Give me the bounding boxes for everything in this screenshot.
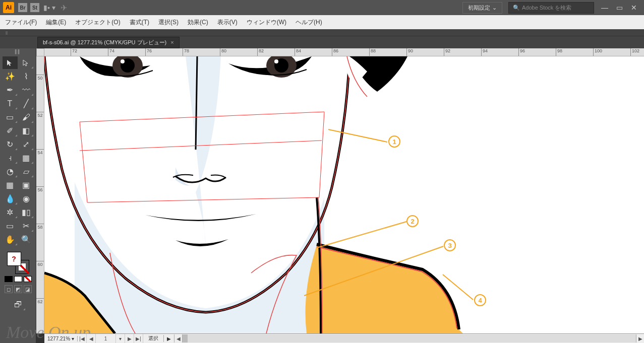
svg-line-8: [328, 129, 387, 142]
blend-tool[interactable]: ◉: [19, 192, 34, 205]
ruler-tick: 62: [36, 298, 44, 304]
artboard-dropdown-button[interactable]: ▾: [116, 334, 125, 343]
gpu-rocket-icon[interactable]: ✈: [61, 3, 67, 13]
slice-tool[interactable]: ✂: [19, 220, 34, 232]
menu-help[interactable]: ヘルプ(H): [296, 18, 322, 27]
scale-tool[interactable]: ⤢: [19, 138, 34, 151]
svg-line-9: [317, 222, 406, 248]
fill-swatch[interactable]: ?: [7, 252, 21, 266]
eyedropper-tool[interactable]: 💧: [3, 192, 18, 205]
toolbox-grip-icon[interactable]: ▌▌: [0, 49, 36, 54]
prev-artboard-button[interactable]: ◀: [87, 334, 96, 343]
svg-point-6: [274, 59, 278, 63]
ruler-tick: 80: [220, 48, 226, 56]
document-tab-bar: bf-s-s06.ai @ 1277.21% (CMYK/GPU プレビュー) …: [0, 36, 644, 48]
rectangle-tool[interactable]: ▭: [3, 111, 18, 123]
last-artboard-button[interactable]: ▶|: [134, 334, 143, 343]
search-placeholder: Adobe Stock を検索: [522, 4, 571, 12]
width-tool[interactable]: ⫞: [3, 152, 18, 164]
selection-tool[interactable]: [3, 56, 18, 69]
status-bar: 1277.21% ▾ |◀ ◀ 1 ▾ ▶ ▶| 選択 ▶ ◀ ▶: [44, 333, 644, 343]
gradient-tool[interactable]: ▣: [19, 179, 34, 191]
stock-search-input[interactable]: 🔍 Adobe Stock を検索: [508, 2, 594, 14]
ruler-tick: 94: [481, 48, 488, 56]
type-tool[interactable]: T: [3, 97, 18, 110]
ruler-tick: 78: [183, 48, 189, 56]
artwork-illustration: [44, 56, 644, 333]
fill-stroke-indicator[interactable]: ?: [7, 252, 29, 274]
color-swatch-black[interactable]: [5, 276, 13, 282]
line-tool[interactable]: ╱: [19, 97, 34, 110]
artboard-tool[interactable]: ▭: [3, 220, 18, 232]
scroll-left-button[interactable]: ◀: [174, 334, 182, 342]
magic-wand-tool[interactable]: ✨: [3, 70, 18, 83]
restore-button[interactable]: ▭: [616, 4, 623, 12]
stock-button[interactable]: St: [30, 3, 39, 12]
ruler-tick: 92: [444, 48, 450, 56]
annotation-badge-4: 4: [474, 294, 486, 306]
minimize-button[interactable]: —: [601, 4, 608, 12]
first-artboard-button[interactable]: |◀: [78, 334, 87, 343]
eraser-tool[interactable]: ◧: [19, 124, 34, 137]
pen-tool[interactable]: ✒: [3, 84, 18, 96]
column-graph-tool[interactable]: ▮▯: [19, 206, 34, 219]
document-tab[interactable]: bf-s-s06.ai @ 1277.21% (CMYK/GPU プレビュー) …: [37, 37, 180, 48]
free-transform-tool[interactable]: ▦: [19, 152, 34, 164]
ruler-origin[interactable]: [36, 48, 44, 56]
menu-view[interactable]: 表示(V): [217, 18, 238, 27]
ruler-tick: 72: [71, 48, 77, 56]
menu-select[interactable]: 選択(S): [158, 18, 179, 27]
zoom-tool[interactable]: 🔍: [19, 233, 34, 246]
paintbrush-tool[interactable]: 🖌: [19, 111, 34, 123]
menu-object[interactable]: オブジェクト(O): [75, 18, 120, 27]
menu-type[interactable]: 書式(T): [130, 18, 149, 27]
ruler-tick: 100: [593, 48, 602, 56]
draw-inside-icon[interactable]: ◪: [24, 285, 32, 293]
ruler-tick: 60: [36, 261, 44, 267]
color-swatch-none[interactable]: [24, 276, 32, 282]
annotation-badge-2: 2: [406, 215, 419, 227]
menu-edit[interactable]: 編集(E): [46, 18, 66, 27]
panel-grip-icon[interactable]: ||: [0, 29, 13, 36]
rotate-tool[interactable]: ↻: [3, 138, 18, 151]
menu-window[interactable]: ウィンドウ(W): [247, 18, 286, 27]
direct-selection-tool[interactable]: [19, 56, 34, 69]
artboard-number-field[interactable]: 1: [96, 334, 116, 343]
ruler-tick: 88: [369, 48, 376, 56]
horizontal-scrollbar[interactable]: [182, 334, 636, 342]
color-swatch-white[interactable]: [14, 276, 22, 282]
shaper-tool[interactable]: ✐: [3, 124, 18, 137]
vertical-ruler[interactable]: 50525456586062: [36, 56, 44, 333]
scrollbar-thumb[interactable]: [183, 334, 188, 342]
ruler-tick: 84: [295, 48, 301, 56]
symbol-sprayer-tool[interactable]: ✲: [3, 206, 18, 219]
zoom-level-field[interactable]: 1277.21% ▾: [44, 336, 78, 341]
draw-normal-icon[interactable]: ◻: [5, 285, 13, 293]
next-artboard-button[interactable]: ▶: [125, 334, 134, 343]
svg-point-3: [121, 59, 125, 63]
ruler-tick: 54: [36, 149, 44, 155]
bridge-button[interactable]: Br: [18, 3, 27, 12]
menu-effect[interactable]: 効果(C): [188, 18, 208, 27]
ruler-tick: 52: [36, 112, 44, 118]
workspace-switcher[interactable]: 初期設定 ⌄: [462, 2, 502, 14]
ruler-tick: 102: [630, 48, 639, 56]
document-canvas[interactable]: 1 2 3 4: [44, 56, 644, 333]
draw-behind-icon[interactable]: ◩: [14, 285, 22, 293]
curvature-tool[interactable]: 〰: [19, 84, 34, 96]
menu-file[interactable]: ファイル(F): [5, 18, 37, 27]
hand-tool[interactable]: ✋: [3, 233, 18, 246]
arrange-documents-icon[interactable]: ▮▪ ▾: [43, 4, 55, 12]
scroll-right-button[interactable]: ▶: [636, 334, 644, 342]
status-menu-icon[interactable]: ▶: [164, 336, 174, 341]
perspective-grid-tool[interactable]: ▱: [19, 165, 34, 178]
tab-close-icon[interactable]: ×: [170, 39, 173, 45]
shape-builder-tool[interactable]: ◔: [3, 165, 18, 178]
horizontal-ruler[interactable]: 7274767880828486889092949698100102: [44, 48, 644, 56]
chevron-down-icon: ▾: [72, 336, 74, 341]
tab-label: bf-s-s06.ai @ 1277.21% (CMYK/GPU プレビュー): [43, 39, 166, 46]
close-window-button[interactable]: ✕: [631, 4, 637, 12]
mesh-tool[interactable]: ▦: [3, 179, 18, 191]
lasso-tool[interactable]: ⌇: [19, 70, 34, 83]
screen-mode-tool[interactable]: 🗗: [11, 298, 26, 311]
